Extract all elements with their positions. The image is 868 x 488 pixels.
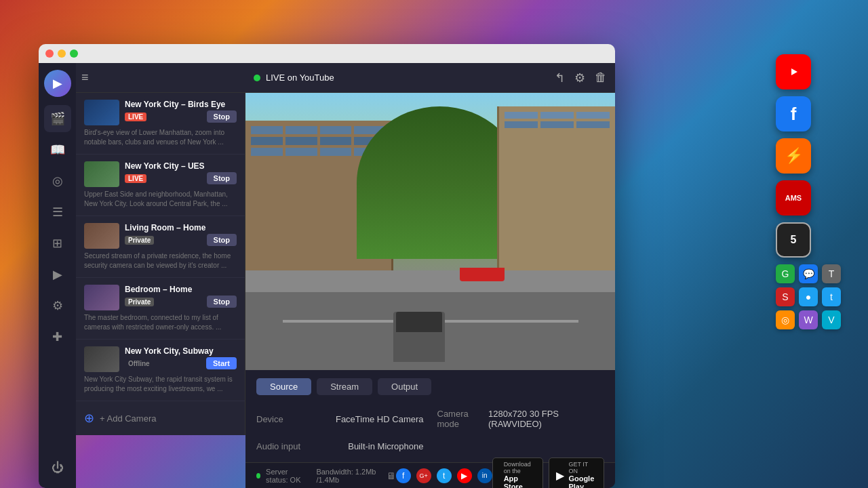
google-play-top-text: GET IT ON <box>568 461 597 474</box>
camera-header-1: New York City – Birds Eye LIVE Stop <box>84 100 237 125</box>
vimeo-app-icon[interactable]: V <box>822 310 841 329</box>
stop-button-1[interactable]: Stop <box>207 110 237 123</box>
sidebar-item-settings[interactable]: ⚙ <box>44 292 71 319</box>
power-icon: ⏻ <box>52 461 64 475</box>
sidebar-item-grid[interactable]: ⊞ <box>44 230 71 257</box>
add-camera-button[interactable]: ⊕ + Add Camera <box>76 401 245 435</box>
maximize-button[interactable] <box>70 49 78 58</box>
sidebar-item-power[interactable]: ⏻ <box>44 454 71 481</box>
tab-source[interactable]: Source <box>256 378 311 395</box>
sidebar-item-video[interactable]: ▶ <box>44 261 71 288</box>
wordpress-app-icon[interactable]: W <box>799 310 818 329</box>
camera-thumb-5 <box>84 346 119 372</box>
camera-status-row-1: LIVE Stop <box>125 110 237 123</box>
delete-icon[interactable]: 🗑 <box>595 70 607 85</box>
camera-thumb-4 <box>84 285 119 310</box>
live-indicator: LIVE on YouTube <box>254 73 334 83</box>
start-button-5[interactable]: Start <box>206 357 237 369</box>
camera-mode-label: Camera mode <box>437 409 488 429</box>
minimize-button[interactable] <box>58 49 66 58</box>
camera-info-5: New York City, Subway Offline Start <box>125 346 237 369</box>
app-store-top-text: Download on the <box>504 461 536 474</box>
camera-info-1: New York City – Birds Eye LIVE Stop <box>125 100 237 123</box>
grammarly-app-icon[interactable]: G <box>776 264 795 283</box>
close-button[interactable] <box>45 49 54 58</box>
server-status-text: Server status: OK <box>266 468 311 484</box>
chrome-app-icon[interactable]: ● <box>799 287 818 306</box>
status-badge-5: Offline <box>125 359 153 368</box>
tab-output[interactable]: Output <box>378 378 431 395</box>
settings-icon[interactable]: ⚙ <box>574 70 585 85</box>
slack-app-icon[interactable]: S <box>776 287 795 306</box>
youtube-social-icon[interactable]: ▶ <box>457 468 472 483</box>
google-social-icon[interactable]: G+ <box>416 468 431 483</box>
right-topbar: LIVE on YouTube ↰ ⚙ 🗑 <box>245 63 615 93</box>
video-scene <box>245 93 615 370</box>
stop-button-3[interactable]: Stop <box>207 234 237 246</box>
camera-info-2: New York City – UES LIVE Stop <box>125 161 237 184</box>
camera-desc-5: New York City Subway, the rapid transit … <box>84 375 237 394</box>
video-preview <box>245 93 615 370</box>
camera-item-3[interactable]: Living Room – Home Private Stop Secured … <box>76 216 245 278</box>
status-badge-3: Private <box>125 236 154 245</box>
camera-header-5: New York City, Subway Offline Start <box>84 346 237 372</box>
right-panel: LIVE on YouTube ↰ ⚙ 🗑 <box>245 63 615 488</box>
safari-app-icon[interactable]: ◎ <box>776 310 795 329</box>
google-play-text: GET IT ON Google Play <box>568 461 597 489</box>
add-camera-icon: ⊕ <box>84 411 94 426</box>
app-store-badge[interactable]: Download on the App Store <box>492 458 544 489</box>
info-grid: Device FaceTime HD Camera Camera mode 12… <box>256 406 604 454</box>
camera-item-1[interactable]: New York City – Birds Eye LIVE Stop Bird… <box>76 93 245 155</box>
small-app-icons: G 💬 T S ● t ◎ W V <box>776 264 857 329</box>
book-icon: 📖 <box>50 142 65 157</box>
video-icon: ▶ <box>53 267 62 282</box>
google-play-badge[interactable]: ▶ GET IT ON Google Play <box>549 458 604 489</box>
sidebar-item-home[interactable]: 🎬 <box>44 105 71 132</box>
youtube-app-icon[interactable] <box>776 54 811 89</box>
messenger-app-icon[interactable]: 💬 <box>799 264 818 283</box>
settings-icon: ⚙ <box>52 298 63 313</box>
sidebar-item-book[interactable]: 📖 <box>44 136 71 163</box>
camera-info-4: Bedroom – Home Private Stop <box>125 285 237 308</box>
flash-app-icon[interactable]: ⚡ <box>776 138 811 174</box>
car <box>393 312 445 362</box>
store-badges: Download on the App Store ▶ GET IT ON Go… <box>492 458 604 489</box>
sidebar-item-location[interactable]: ◎ <box>44 167 71 195</box>
ams-app-icon[interactable]: AMS <box>776 180 811 216</box>
app3-icon[interactable]: T <box>822 264 841 283</box>
stop-button-2[interactable]: Stop <box>207 172 237 184</box>
app-window: ▶ 🎬 📖 ◎ ☰ ⊞ ▶ <box>39 44 615 488</box>
hamburger-menu-icon[interactable]: ≡ <box>81 70 89 85</box>
traffic-lights <box>45 49 78 58</box>
share-icon[interactable]: ↰ <box>555 70 565 85</box>
camera-item-4[interactable]: Bedroom – Home Private Stop The master b… <box>76 278 245 340</box>
device-label: Device <box>256 414 283 424</box>
device-row: Device FaceTime HD Camera <box>256 406 424 432</box>
google-play-icon: ▶ <box>556 469 564 482</box>
camera-status-row-2: LIVE Stop <box>125 172 237 184</box>
bottom-section: Source Stream Output Device FaceTime HD … <box>245 370 615 462</box>
camera-header-4: Bedroom – Home Private Stop <box>84 285 237 310</box>
content-area: ≡ New York City – Birds Eye LIVE <box>76 63 615 488</box>
status-badge-2: LIVE <box>125 174 146 183</box>
home-icon: 🎬 <box>50 111 65 126</box>
camera-item-5[interactable]: New York City, Subway Offline Start New … <box>76 340 245 401</box>
facebook-social-icon[interactable]: f <box>396 468 411 483</box>
camera-desc-2: Upper East Side and neighborhood, Manhat… <box>84 190 237 209</box>
app-logo[interactable]: ▶ <box>44 70 71 97</box>
stop-button-4[interactable]: Stop <box>207 296 237 308</box>
camera-item-2[interactable]: New York City – UES LIVE Stop Upper East… <box>76 155 245 216</box>
camera-header-3: Living Room – Home Private Stop <box>84 223 237 249</box>
twitter-app-icon[interactable]: t <box>822 287 841 306</box>
twitter-social-icon[interactable]: t <box>437 468 452 483</box>
device-value: FaceTime HD Camera <box>336 414 424 424</box>
5-app-icon[interactable]: 5 <box>776 222 811 258</box>
linkedin-social-icon[interactable]: in <box>477 468 492 483</box>
facebook-app-icon[interactable]: f <box>776 96 811 131</box>
camera-desc-3: Secured stream of a private residence, t… <box>84 251 237 270</box>
status-badge-4: Private <box>125 298 154 306</box>
monitor-icon: 🖥 <box>387 470 396 481</box>
sidebar-item-list[interactable]: ☰ <box>44 199 71 226</box>
sidebar-item-add[interactable]: ✚ <box>44 323 71 350</box>
tab-stream[interactable]: Stream <box>317 378 372 395</box>
